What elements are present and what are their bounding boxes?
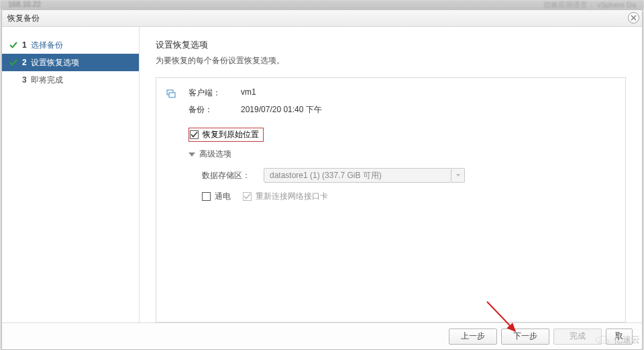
bg-right-text: 切换应用语言： vSphere Da bbox=[543, 0, 636, 9]
step-label: 选择备份 bbox=[31, 40, 63, 51]
highlight-annotation: 恢复到原始位置 bbox=[189, 128, 264, 142]
step-label: 即将完成 bbox=[31, 75, 63, 86]
dialog-close-button[interactable] bbox=[628, 12, 639, 24]
client-label: 客户端： bbox=[189, 87, 229, 99]
checkmark-icon bbox=[9, 40, 18, 50]
dialog-body: 1 选择备份 2 设置恢复选项 3 即将完成 设置恢复选项 为要恢复的每个备份设… bbox=[2, 27, 642, 322]
chevron-down-icon bbox=[189, 152, 195, 157]
next-button[interactable]: 下一步 bbox=[501, 329, 549, 345]
watermark: 亿速云 bbox=[594, 334, 640, 346]
wizard-step-2[interactable]: 2 设置恢复选项 bbox=[2, 54, 139, 71]
dialog-title-bar: 恢复备份 bbox=[2, 10, 642, 27]
back-button[interactable]: 上一步 bbox=[449, 329, 497, 345]
wizard-sidebar: 1 选择备份 2 设置恢复选项 3 即将完成 bbox=[2, 27, 140, 322]
wizard-step-3: 3 即将完成 bbox=[2, 71, 139, 89]
svg-rect-1 bbox=[169, 93, 175, 97]
client-value: vm1 bbox=[241, 87, 322, 99]
datastore-row: 数据存储区： datastore1 (1) (337.7 GiB 可用) bbox=[202, 168, 612, 183]
advanced-options-toggle[interactable]: 高级选项 bbox=[189, 148, 612, 160]
backup-value: 2019/07/20 01:40 下午 bbox=[241, 104, 322, 116]
power-row: 通电 重新连接网络接口卡 bbox=[202, 191, 612, 202]
datastore-label: 数据存储区： bbox=[202, 170, 264, 181]
cloud-icon bbox=[594, 334, 611, 346]
restore-backup-dialog: 恢复备份 1 选择备份 2 设置恢复选项 3 即将完成 设置恢复选项 bbox=[1, 9, 643, 350]
watermark-text: 亿速云 bbox=[614, 334, 640, 346]
power-label: 通电 bbox=[215, 191, 231, 202]
bg-left-text: 168.10.22 bbox=[8, 0, 41, 9]
wizard-main: 设置恢复选项 为要恢复的每个备份设置恢复选项。 客户端： vm1 备份： 201… bbox=[140, 27, 642, 322]
datastore-dropdown[interactable]: datastore1 (1) (337.7 GiB 可用) bbox=[264, 168, 451, 183]
restore-original-label: 恢复到原始位置 bbox=[203, 129, 259, 140]
restore-original-checkbox[interactable] bbox=[190, 130, 199, 139]
page-heading: 设置恢复选项 bbox=[156, 39, 626, 51]
vm-icon bbox=[166, 89, 176, 99]
dialog-title: 恢复备份 bbox=[7, 13, 40, 24]
background-menu-bar: 168.10.22 切换应用语言： vSphere Da bbox=[0, 0, 644, 9]
step-number: 2 bbox=[22, 58, 27, 67]
options-panel: 客户端： vm1 备份： 2019/07/20 01:40 下午 恢复到原始位置 bbox=[156, 77, 626, 322]
datastore-dropdown-caret[interactable] bbox=[451, 168, 465, 183]
datastore-selected-value: datastore1 (1) (337.7 GiB 可用) bbox=[270, 170, 382, 181]
svg-point-3 bbox=[599, 340, 601, 342]
checkmark-icon bbox=[9, 58, 18, 67]
svg-point-4 bbox=[603, 340, 605, 342]
chevron-down-icon bbox=[455, 173, 461, 178]
power-on-checkbox[interactable] bbox=[202, 192, 211, 201]
step-label: 设置恢复选项 bbox=[31, 57, 79, 69]
wizard-step-1[interactable]: 1 选择备份 bbox=[2, 36, 139, 54]
step-number: 3 bbox=[22, 75, 27, 85]
dialog-footer: 上一步 下一步 完成 取 bbox=[2, 322, 642, 349]
close-icon bbox=[631, 15, 637, 21]
advanced-label: 高级选项 bbox=[199, 148, 231, 160]
reconnect-nic-group: 重新连接网络接口卡 bbox=[243, 191, 328, 202]
restore-original-row: 恢复到原始位置 bbox=[189, 128, 612, 142]
reconnect-nic-checkbox bbox=[243, 192, 252, 201]
reconnect-nic-label: 重新连接网络接口卡 bbox=[256, 191, 328, 202]
page-subheading: 为要恢复的每个备份设置恢复选项。 bbox=[156, 55, 626, 67]
client-info-row: 客户端： vm1 备份： 2019/07/20 01:40 下午 bbox=[166, 87, 612, 116]
step-number: 1 bbox=[22, 40, 27, 50]
backup-label: 备份： bbox=[189, 104, 229, 116]
